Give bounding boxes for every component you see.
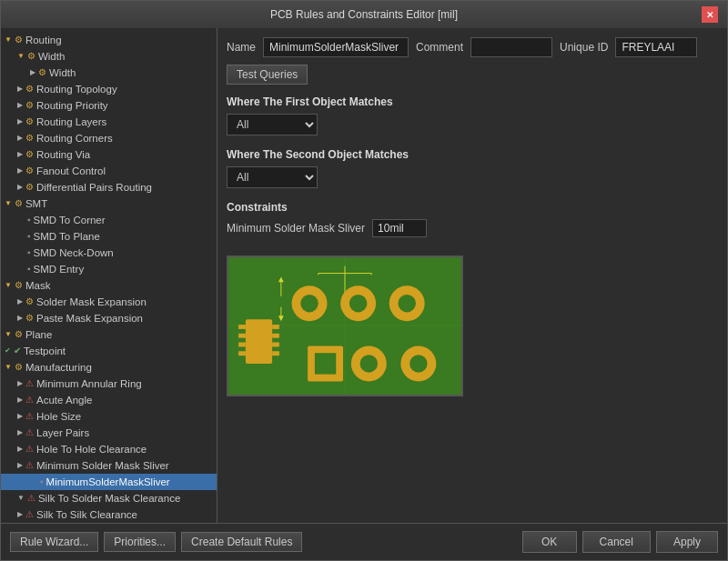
tree-item-label: Minimum Annular Ring <box>36 376 142 391</box>
tree-item-routing-corners[interactable]: ▶⚙Routing Corners <box>1 130 217 146</box>
main-content: ▼⚙Routing▼⚙Width▶⚙Width▶⚙Routing Topolog… <box>1 28 727 523</box>
tree-item-label: Width <box>49 65 76 80</box>
tree-item-label: Solder Mask Expansion <box>36 295 147 309</box>
comment-label: Comment <box>416 41 463 54</box>
pcb-preview <box>227 255 463 396</box>
tree-item-mask-root[interactable]: ▼⚙Mask <box>1 277 217 294</box>
svg-rect-19 <box>272 334 279 338</box>
tree-item-label: Hole Size <box>36 409 81 424</box>
tree-item-label: SMD To Plane <box>34 229 100 244</box>
title-bar: PCB Rules and Constraints Editor [mil] ✕ <box>1 1 727 28</box>
min-solder-label: Minimum Solder Mask Sliver <box>227 222 365 235</box>
svg-rect-16 <box>238 343 246 347</box>
tree-item-width-item[interactable]: ▶⚙Width <box>1 65 217 81</box>
tree-panel: ▼⚙Routing▼⚙Width▶⚙Width▶⚙Routing Topolog… <box>1 28 217 523</box>
tree-item-label: Silk To Solder Mask Clearance <box>38 491 180 506</box>
bottom-left-buttons: Rule Wizard... Priorities... Create Defa… <box>10 532 302 552</box>
tree-item-label: Routing Corners <box>36 131 113 145</box>
tree-item-label: Routing Topology <box>36 82 117 96</box>
constraints-title: Constraints <box>227 201 718 214</box>
main-window: PCB Rules and Constraints Editor [mil] ✕… <box>0 0 728 561</box>
tree-item-label: MinimumSolderMaskSliver <box>46 475 170 489</box>
svg-point-25 <box>360 355 378 372</box>
svg-rect-15 <box>238 334 246 338</box>
svg-point-10 <box>349 295 367 312</box>
uniqueid-label: Unique ID <box>560 41 608 54</box>
tree-item-smt-corner[interactable]: ▪SMD To Corner <box>1 212 217 228</box>
constraints-section: Constraints Minimum Solder Mask Sliver <box>227 201 718 243</box>
tree-item-min-solder-sliver-item[interactable]: ▪MinimumSolderMaskSliver <box>1 474 217 490</box>
tree-item-label: Manufacturing <box>25 360 92 375</box>
tree-item-routing-layers[interactable]: ▶⚙Routing Layers <box>1 114 217 130</box>
tree-item-routing-priority[interactable]: ▶⚙Routing Priority <box>1 97 217 114</box>
tree-item-hole-size[interactable]: ▶⚠Hole Size <box>1 408 217 425</box>
tree-item-label: Testpoint <box>24 344 66 358</box>
priorities-button[interactable]: Priorities... <box>104 532 176 552</box>
tree-item-label: Fanout Control <box>36 164 106 178</box>
tree-item-solder-mask-exp[interactable]: ▶⚙Solder Mask Expansion <box>1 294 217 310</box>
tree-item-manufacturing-root[interactable]: ▼⚙Manufacturing <box>1 359 217 376</box>
tree-item-label: Plane <box>25 327 52 342</box>
tree-item-smt-plane[interactable]: ▪SMD To Plane <box>1 228 217 245</box>
tree-item-min-annular[interactable]: ▶⚠Minimum Annular Ring <box>1 376 217 392</box>
apply-button[interactable]: Apply <box>656 531 718 553</box>
tree-item-diff-pairs[interactable]: ▶⚙Differential Pairs Routing <box>1 179 217 195</box>
tree-item-label: Paste Mask Expansion <box>36 311 143 326</box>
min-solder-value[interactable] <box>372 219 427 237</box>
where-first-dropdown[interactable]: All <box>227 114 318 135</box>
comment-input[interactable] <box>470 37 552 57</box>
tree-item-label: Minimum Solder Mask Sliver <box>36 458 169 473</box>
tree-item-smt-entry[interactable]: ▪SMD Entry <box>1 261 217 277</box>
tree-item-min-solder-sliver[interactable]: ▶⚠Minimum Solder Mask Sliver <box>1 457 217 474</box>
tree-item-label: SMT <box>25 196 47 211</box>
tree-item-routing-via[interactable]: ▶⚙Routing Via <box>1 146 217 163</box>
pcb-svg <box>228 257 461 395</box>
tree-item-smt-root[interactable]: ▼⚙SMT <box>1 195 217 212</box>
cancel-button[interactable]: Cancel <box>582 531 651 553</box>
svg-point-8 <box>300 295 318 312</box>
tree-item-label: Routing Layers <box>36 115 106 129</box>
test-queries-button[interactable]: Test Queries <box>227 65 308 85</box>
tree-item-routing-root[interactable]: ▼⚙Routing <box>1 32 217 48</box>
tree-item-testpoint-root[interactable]: ✔✔Testpoint <box>1 343 217 359</box>
tree-item-fanout-control[interactable]: ▶⚙Fanout Control <box>1 163 217 179</box>
bottom-right-buttons: OK Cancel Apply <box>522 531 718 553</box>
tree-item-routing-topology[interactable]: ▶⚙Routing Topology <box>1 81 217 97</box>
svg-rect-17 <box>238 351 246 356</box>
svg-rect-18 <box>272 325 279 329</box>
where-second-section: Where The Second Object Matches All <box>227 148 718 188</box>
where-second-title: Where The Second Object Matches <box>227 148 718 161</box>
uniqueid-input[interactable] <box>615 37 697 57</box>
tree-item-paste-mask-exp[interactable]: ▶⚙Paste Mask Expansion <box>1 310 217 326</box>
tree-item-label: SMD Entry <box>34 262 85 276</box>
create-default-rules-button[interactable]: Create Default Rules <box>181 532 302 552</box>
name-row: Name Comment Unique ID Test Queries <box>227 37 718 85</box>
svg-point-27 <box>410 355 427 372</box>
where-second-dropdown[interactable]: All <box>227 166 318 188</box>
svg-rect-13 <box>246 319 272 364</box>
tree-item-label: SMD To Corner <box>34 213 106 227</box>
tree-item-silk-to-solder[interactable]: ▼⚠Silk To Solder Mask Clearance <box>1 490 217 506</box>
name-input[interactable] <box>263 37 409 57</box>
tree-item-smt-neck[interactable]: ▪SMD Neck-Down <box>1 245 217 261</box>
svg-rect-23 <box>315 353 336 374</box>
tree-item-silk-to-silk[interactable]: ▶⚠Silk To Silk Clearance <box>1 506 217 523</box>
ok-button[interactable]: OK <box>522 531 577 553</box>
constraint-row: Minimum Solder Mask Sliver <box>227 219 718 237</box>
close-button[interactable]: ✕ <box>702 6 718 23</box>
tree-item-acute-angle[interactable]: ▶⚠Acute Angle <box>1 392 217 408</box>
where-first-title: Where The First Object Matches <box>227 95 718 108</box>
tree-item-label: Routing <box>25 33 62 47</box>
where-first-section: Where The First Object Matches All <box>227 95 718 135</box>
tree-item-label: Routing Via <box>36 147 90 162</box>
tree-item-label: Hole To Hole Clearance <box>36 442 147 456</box>
tree-item-width-group[interactable]: ▼⚙Width <box>1 48 217 65</box>
tree-item-label: Acute Angle <box>36 393 92 407</box>
tree-item-layer-pairs[interactable]: ▶⚠Layer Pairs <box>1 425 217 441</box>
tree-item-plane-root[interactable]: ▼⚙Plane <box>1 326 217 343</box>
tree-item-hole-to-clearance[interactable]: ▶⚠Hole To Hole Clearance <box>1 441 217 457</box>
rule-wizard-button[interactable]: Rule Wizard... <box>10 532 98 552</box>
tree-item-label: Routing Priority <box>36 98 108 113</box>
tree-item-label: Layer Pairs <box>36 426 89 440</box>
svg-rect-20 <box>272 343 279 347</box>
